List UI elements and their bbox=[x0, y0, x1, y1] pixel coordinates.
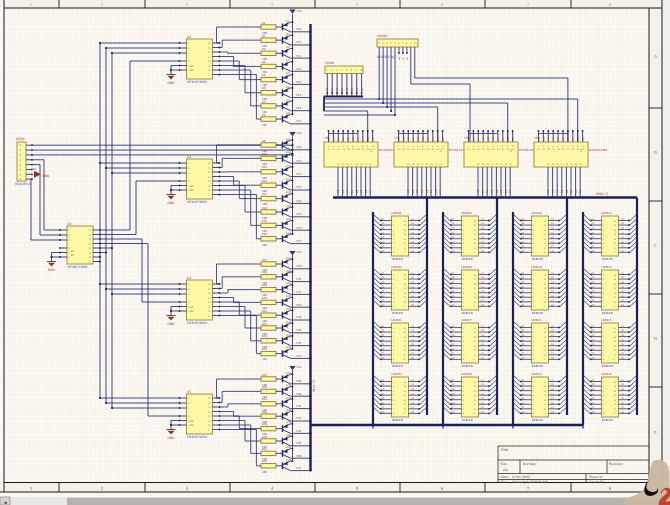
pin-dot bbox=[628, 358, 630, 360]
led-matrix-body[interactable] bbox=[392, 270, 409, 310]
part-label: 8X8LED bbox=[532, 311, 543, 315]
resistor-body[interactable] bbox=[261, 104, 276, 108]
part-label: 8X8LED bbox=[462, 364, 473, 368]
designator: R26 bbox=[262, 386, 267, 389]
led-matrix-body[interactable] bbox=[462, 270, 479, 310]
junction-dot bbox=[292, 435, 294, 437]
net-label: A5 bbox=[422, 137, 425, 141]
pin-dot bbox=[520, 394, 522, 396]
resistor-body[interactable] bbox=[261, 451, 276, 455]
resistor-body[interactable] bbox=[261, 262, 276, 266]
led-matrix-body[interactable] bbox=[462, 216, 479, 256]
led-matrix-body[interactable] bbox=[602, 323, 619, 363]
pin-dot bbox=[488, 251, 490, 253]
resistor-body[interactable] bbox=[261, 91, 276, 95]
pin-dot bbox=[590, 305, 592, 307]
led-matrix-body[interactable] bbox=[392, 216, 409, 256]
pin-dot bbox=[590, 403, 592, 405]
junction-dot bbox=[111, 172, 113, 174]
resistor-body[interactable] bbox=[261, 143, 276, 147]
resistor-body[interactable] bbox=[261, 351, 276, 355]
pin-dot bbox=[488, 349, 490, 351]
resistor-body[interactable] bbox=[261, 156, 276, 160]
junction-dot bbox=[577, 130, 579, 132]
resistor-body[interactable] bbox=[261, 313, 276, 317]
resistor-body[interactable] bbox=[261, 402, 276, 406]
resistor-body[interactable] bbox=[261, 77, 276, 81]
side-border-letter: B bbox=[654, 150, 657, 155]
scrollbar-thumb[interactable] bbox=[67, 497, 662, 505]
resistor-body[interactable] bbox=[261, 117, 276, 121]
net-label: A0 bbox=[468, 137, 471, 141]
led-matrix-body[interactable] bbox=[532, 377, 549, 417]
pin-dot bbox=[590, 251, 592, 253]
pin-dot bbox=[558, 403, 560, 405]
pin-dot bbox=[406, 52, 408, 54]
pin-dot bbox=[450, 403, 452, 405]
led-matrix-body[interactable] bbox=[532, 216, 549, 256]
led-matrix-body[interactable] bbox=[462, 323, 479, 363]
bottom-border-number: 1 bbox=[30, 486, 33, 491]
junction-dot bbox=[437, 130, 439, 132]
led-matrix-body[interactable] bbox=[392, 377, 409, 417]
resistor-body[interactable] bbox=[261, 389, 276, 393]
resistor-body[interactable] bbox=[261, 223, 276, 227]
net-label: P47 bbox=[297, 467, 302, 470]
resistor-body[interactable] bbox=[261, 300, 276, 304]
gnd-label: GND bbox=[48, 268, 56, 272]
designator: LED008 bbox=[462, 373, 472, 376]
resistor-body[interactable] bbox=[261, 326, 276, 330]
horizontal-scrollbar[interactable]: ◄ bbox=[0, 493, 670, 505]
pin-dot bbox=[179, 293, 181, 295]
resistor-body[interactable] bbox=[261, 237, 276, 241]
value: 300 bbox=[262, 124, 267, 127]
resistor-body[interactable] bbox=[261, 439, 276, 443]
resistor-body[interactable] bbox=[261, 377, 276, 381]
resistor-body[interactable] bbox=[261, 38, 276, 42]
led-matrix-body[interactable] bbox=[462, 377, 479, 417]
net-label: P45 bbox=[297, 442, 302, 445]
led-matrix-body[interactable] bbox=[532, 323, 549, 363]
designator: LED006 bbox=[462, 266, 472, 269]
resistor-body[interactable] bbox=[261, 183, 276, 187]
net-label: A2 bbox=[547, 137, 550, 141]
designator: U1 bbox=[68, 222, 72, 226]
pin-dot bbox=[380, 301, 382, 303]
designator: LED001 bbox=[392, 212, 402, 215]
pin-dot bbox=[520, 283, 522, 285]
pin-dot bbox=[380, 408, 382, 410]
size-label: Size bbox=[501, 462, 508, 466]
pin-dot bbox=[380, 390, 382, 392]
vcc-label: VCC bbox=[297, 251, 303, 254]
resistor-body[interactable] bbox=[261, 196, 276, 200]
pin-dot bbox=[628, 385, 630, 387]
led-matrix-body[interactable] bbox=[392, 323, 409, 363]
pin-dot bbox=[450, 358, 452, 360]
pin-dot bbox=[590, 220, 592, 222]
junction-dot bbox=[292, 193, 294, 195]
led-matrix-body[interactable] bbox=[602, 270, 619, 310]
resistor-body[interactable] bbox=[261, 339, 276, 343]
resistor-body[interactable] bbox=[261, 64, 276, 68]
resistor-body[interactable] bbox=[261, 287, 276, 291]
junction-dot bbox=[398, 130, 400, 132]
resistor-body[interactable] bbox=[261, 414, 276, 418]
resistor-body[interactable] bbox=[261, 210, 276, 214]
led-matrix-body[interactable] bbox=[532, 270, 549, 310]
net-label: D1 bbox=[331, 87, 334, 91]
resistor-body[interactable] bbox=[261, 275, 276, 279]
pin-dot bbox=[628, 287, 630, 289]
resistor-body[interactable] bbox=[261, 25, 276, 29]
connector-body[interactable] bbox=[17, 142, 26, 181]
pin-dot bbox=[418, 296, 420, 298]
led-matrix-body[interactable] bbox=[602, 377, 619, 417]
junction-dot bbox=[367, 130, 369, 132]
pin-dot bbox=[380, 287, 382, 289]
resistor-body[interactable] bbox=[261, 464, 276, 468]
schematic-canvas[interactable]: 1234567812345678ABCDETitleSizeA4NumberRe… bbox=[0, 0, 670, 505]
resistor-body[interactable] bbox=[261, 170, 276, 174]
resistor-body[interactable] bbox=[261, 426, 276, 430]
resistor-body[interactable] bbox=[261, 51, 276, 55]
led-matrix-body[interactable] bbox=[602, 216, 619, 256]
pin-dot bbox=[488, 358, 490, 360]
